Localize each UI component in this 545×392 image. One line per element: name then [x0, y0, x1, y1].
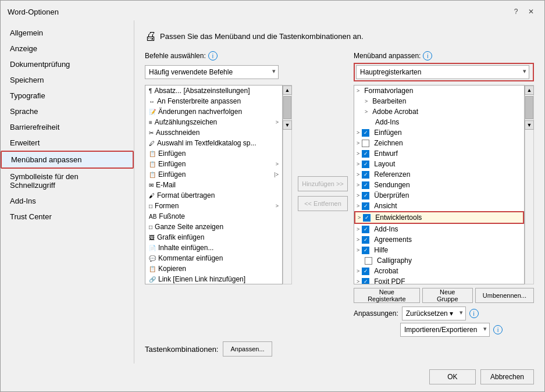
- commands-list-item[interactable]: □Formen>: [145, 201, 282, 211]
- help-button[interactable]: ?: [510, 5, 522, 18]
- commands-select[interactable]: Häufig verwendete Befehle: [145, 65, 279, 79]
- ribbon-checkbox[interactable]: ✓: [362, 150, 369, 158]
- ribbon-checkbox[interactable]: ✓: [362, 192, 369, 199]
- ribbon-list-item[interactable]: >✓Entwurf: [354, 148, 524, 159]
- ok-button[interactable]: OK: [429, 369, 476, 384]
- ribbon-list-item[interactable]: >Bearbeiten: [354, 96, 524, 106]
- scroll-up-btn[interactable]: ▲: [283, 85, 292, 95]
- commands-listbox[interactable]: ¶Absatz... [Absatzeinstellungen]↔An Fens…: [145, 85, 283, 284]
- ribbon-list-item[interactable]: Add-Ins: [354, 117, 524, 127]
- ribbon-checkbox[interactable]: ✓: [362, 171, 369, 179]
- ribbon-select[interactable]: Hauptregisterkarten: [356, 65, 529, 79]
- rename-button[interactable]: Umbenennen...: [475, 288, 534, 303]
- commands-list-item[interactable]: ✂Ausschneiden: [145, 127, 282, 138]
- commands-list-item[interactable]: □Ganze Seite anzeigen: [145, 222, 282, 232]
- sidebar-item-6[interactable]: Barrierefreiheit: [1, 119, 134, 135]
- ribbon-listbox[interactable]: >Formatvorlagen>Bearbeiten>Adobe Acrobat…: [354, 85, 525, 284]
- ribbon-list-area: >Formatvorlagen>Bearbeiten>Adobe Acrobat…: [354, 85, 534, 284]
- sidebar-item-3[interactable]: Speichern: [1, 72, 134, 88]
- ribbon-checkbox[interactable]: ✓: [362, 247, 369, 254]
- sidebar-item-11[interactable]: Trust Center: [1, 209, 134, 224]
- commands-list-item[interactable]: ABFußnote: [145, 211, 282, 222]
- ribbon-list-item[interactable]: >✓Agreements: [354, 234, 524, 245]
- ribbon-list-item[interactable]: >✓Ansicht: [354, 201, 524, 211]
- ribbon-list-item[interactable]: >✓Foxit PDF: [354, 276, 524, 284]
- ribbon-checkbox[interactable]: [362, 140, 369, 147]
- ribbon-list-item[interactable]: >✓Einfügen: [354, 127, 524, 138]
- sidebar-item-9[interactable]: Symbolleiste für den Schnellzugriff: [1, 169, 134, 193]
- expand-arrow: >: [276, 203, 279, 209]
- scroll-thumb[interactable]: [283, 96, 291, 119]
- commands-list-item[interactable]: 📋Einfügen: [145, 148, 282, 159]
- commands-list-item[interactable]: 🔗Link [Einen Link hinzufügen]: [145, 274, 282, 284]
- commands-list-item[interactable]: 📋Kopieren: [145, 263, 282, 274]
- ribbon-checkbox[interactable]: ✓: [362, 181, 369, 189]
- ribbon-checkbox[interactable]: ✓: [362, 236, 369, 244]
- commands-list-item[interactable]: ≡Aufzählungszeichen>: [145, 117, 282, 127]
- import-export-select[interactable]: Importieren/Exportieren: [400, 323, 490, 337]
- remove-button[interactable]: << Entfernen: [298, 196, 348, 211]
- ribbon-list-item[interactable]: >✓Add-Ins: [354, 224, 524, 234]
- new-group-button[interactable]: Neue Gruppe: [422, 288, 473, 303]
- commands-list-item[interactable]: 💬Kommentar einfügen: [145, 253, 282, 263]
- commands-list-item[interactable]: ¶Absatz... [Absatzeinstellungen]: [145, 85, 282, 96]
- ribbon-list-item[interactable]: >✓Sendungen: [354, 180, 524, 190]
- ribbon-list-item[interactable]: >✓Entwicklertools: [354, 211, 524, 224]
- commands-scrollbar[interactable]: ▲ ▼: [283, 85, 292, 284]
- scroll-up-btn-r[interactable]: ▲: [525, 85, 534, 95]
- ribbon-checkbox[interactable]: ✓: [362, 226, 369, 233]
- ribbon-list-item[interactable]: >✓Überprüfen: [354, 190, 524, 201]
- ribbon-info-icon: i: [423, 51, 432, 60]
- commands-list-item[interactable]: ✉E-Mail: [145, 180, 282, 190]
- cancel-button[interactable]: Abbrechen: [480, 369, 534, 384]
- ribbon-scrollbar[interactable]: ▲ ▼: [525, 85, 534, 284]
- sidebar-item-7[interactable]: Erweitert: [1, 135, 134, 151]
- ribbon-list-item[interactable]: >✓Hilfe: [354, 245, 524, 255]
- ribbon-checkbox[interactable]: [365, 257, 372, 265]
- ribbon-list-item[interactable]: >✓Acrobat: [354, 266, 524, 276]
- command-text: Einfügen: [158, 149, 279, 158]
- anpassungen-select[interactable]: Zurücksetzen ▾: [402, 307, 466, 320]
- scroll-down-btn[interactable]: ▼: [283, 120, 292, 130]
- ribbon-dropdown-wrapper[interactable]: Hauptregisterkarten: [356, 65, 529, 79]
- add-button[interactable]: Hinzufügen >>: [298, 176, 348, 191]
- ribbon-list-item[interactable]: >Formatvorlagen: [354, 85, 524, 96]
- import-export-wrapper[interactable]: Importieren/Exportieren: [400, 323, 490, 337]
- anpassen-button[interactable]: Anpassen...: [223, 341, 272, 357]
- ribbon-list-item[interactable]: >Adobe Acrobat: [354, 106, 524, 117]
- ribbon-list-item[interactable]: >✓Layout: [354, 159, 524, 169]
- new-tab-button[interactable]: Neue Registerkarte: [354, 288, 420, 303]
- ribbon-checkbox[interactable]: ✓: [362, 202, 369, 210]
- command-text: An Fensterbreite anpassen: [157, 97, 279, 105]
- sidebar-item-10[interactable]: Add-Ins: [1, 193, 134, 209]
- anpassungen-dropdown-wrapper[interactable]: Zurücksetzen ▾: [402, 307, 466, 320]
- commands-list-item[interactable]: 📝Änderungen nachverfolgen: [145, 106, 282, 117]
- scroll-down-btn-r[interactable]: ▼: [525, 120, 534, 130]
- sidebar-item-0[interactable]: Allgemein: [1, 25, 134, 41]
- ribbon-checkbox[interactable]: ✓: [362, 129, 369, 137]
- ribbon-checkbox[interactable]: ✓: [362, 268, 369, 275]
- sidebar-item-2[interactable]: Dokumentprüfung: [1, 56, 134, 72]
- ribbon-checkbox[interactable]: ✓: [362, 278, 369, 285]
- ribbon-list-item[interactable]: >Zeichnen: [354, 138, 524, 148]
- sidebar-item-8[interactable]: Menüband anpassen: [1, 151, 134, 169]
- commands-list-item[interactable]: 🖊Auswahl im Textfeldkatalog sp...: [145, 138, 282, 148]
- dialog-footer: OK Abbrechen: [1, 364, 544, 391]
- ribbon-checkbox[interactable]: ✓: [362, 161, 369, 168]
- commands-list-item[interactable]: 📄Inhalte einfügen...: [145, 243, 282, 253]
- commands-list-item[interactable]: 📋Einfügen>: [145, 159, 282, 169]
- commands-list-item[interactable]: 🖼Grafik einfügen: [145, 232, 282, 243]
- commands-list-item[interactable]: 🖌Format übertragen: [145, 190, 282, 201]
- ribbon-checkbox[interactable]: ✓: [363, 214, 371, 222]
- ribbon-list-item[interactable]: >✓Referenzen: [354, 169, 524, 180]
- sidebar-item-1[interactable]: Anzeige: [1, 41, 134, 56]
- ribbon-item-text: Zeichnen: [374, 139, 402, 147]
- sidebar-item-5[interactable]: Sprache: [1, 104, 134, 119]
- commands-list-item[interactable]: 📋Einfügen|>: [145, 169, 282, 180]
- ribbon-list-item[interactable]: Calligraphy: [354, 255, 524, 266]
- scroll-thumb-r[interactable]: [525, 96, 533, 119]
- commands-list-item[interactable]: ↔An Fensterbreite anpassen: [145, 96, 282, 106]
- commands-dropdown-wrapper[interactable]: Häufig verwendete Befehle: [145, 65, 279, 79]
- close-button[interactable]: ✕: [525, 5, 537, 18]
- sidebar-item-4[interactable]: Typografie: [1, 88, 134, 104]
